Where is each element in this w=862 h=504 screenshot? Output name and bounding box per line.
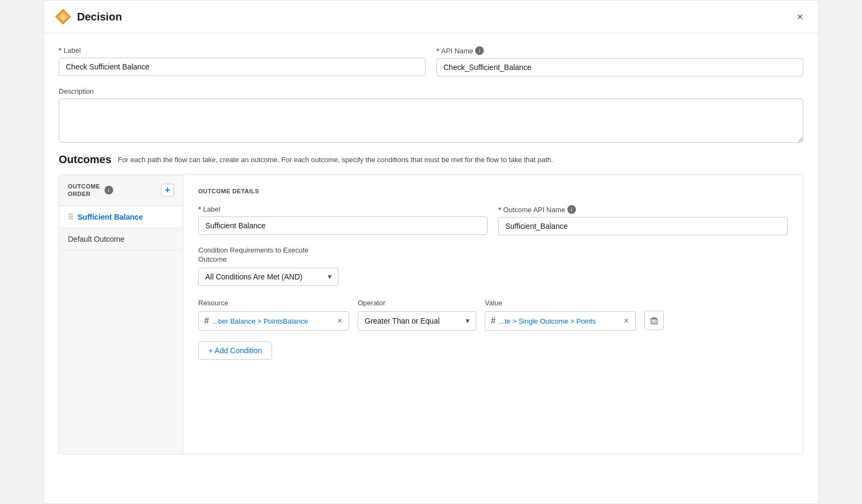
- label-required-star: *: [59, 46, 61, 54]
- svg-rect-4: [652, 317, 656, 318]
- modal-title: Decision: [77, 11, 122, 23]
- resource-clear-button[interactable]: ×: [336, 316, 343, 326]
- outcome-label-field-label: * Label: [198, 205, 488, 213]
- resource-hash-icon: #: [204, 316, 209, 326]
- outcome-order-header: OUTCOMEORDER i +: [59, 175, 183, 206]
- value-field[interactable]: # ...te > Single Outcome > Points ×: [485, 311, 636, 331]
- delete-col: [644, 299, 664, 330]
- resource-field[interactable]: # ...ber Balance > PointsBalance ×: [198, 311, 349, 331]
- operator-select[interactable]: Greater Than or Equal Equal To Less Than…: [358, 311, 476, 331]
- outcome-api-name-field-label: * Outcome API Name i: [498, 205, 788, 214]
- api-name-required-star: *: [436, 47, 439, 55]
- description-label: Description: [59, 87, 803, 95]
- resource-col-label: Resource: [198, 299, 349, 307]
- svg-text:≡: ≡: [61, 13, 65, 21]
- description-textarea[interactable]: [59, 99, 803, 143]
- outcome-details-panel: OUTCOME DETAILS * Label *: [183, 175, 803, 454]
- outcome-details-title: OUTCOME DETAILS: [198, 188, 788, 194]
- add-outcome-button[interactable]: +: [161, 184, 174, 197]
- outcomes-sidebar: OUTCOMEORDER i + ⠿ Sufficient Balance De…: [59, 175, 183, 454]
- close-button[interactable]: ×: [793, 9, 808, 25]
- value-col-label: Value: [485, 299, 636, 307]
- delete-condition-button[interactable]: [644, 311, 664, 330]
- outcomes-title: Outcomes: [59, 153, 112, 166]
- api-name-group: * API Name i: [436, 46, 803, 76]
- svg-rect-5: [651, 319, 657, 324]
- outcome-api-name-input[interactable]: [498, 217, 788, 235]
- decision-icon: ≡: [54, 8, 72, 25]
- sidebar-item-sufficient-balance[interactable]: ⠿ Sufficient Balance: [59, 206, 183, 228]
- condition-requirements-sub: Outcome: [198, 255, 788, 263]
- outcomes-section: Outcomes For each path the flow can take…: [59, 153, 803, 454]
- header-left: ≡ Decision: [54, 8, 122, 25]
- condition-requirements-select[interactable]: All Conditions Are Met (AND) Any Conditi…: [198, 268, 338, 286]
- description-row: Description: [59, 87, 803, 143]
- add-condition-button[interactable]: + Add Condition: [198, 341, 272, 360]
- outcome-label-input[interactable]: [198, 216, 488, 235]
- operator-select-wrapper: Greater Than or Equal Equal To Less Than…: [358, 311, 476, 331]
- label-group: * Label: [59, 46, 426, 76]
- outcomes-layout: OUTCOMEORDER i + ⠿ Sufficient Balance De…: [59, 174, 803, 454]
- decision-modal: ≡ Decision × * Label * API Name i: [43, 0, 819, 504]
- api-name-input[interactable]: [436, 58, 803, 76]
- resource-col: Resource # ...ber Balance > PointsBalanc…: [198, 299, 349, 331]
- outcomes-header: Outcomes For each path the flow can take…: [59, 153, 803, 166]
- resource-value-text: ...ber Balance > PointsBalance: [212, 317, 333, 325]
- condition-dropdown-wrapper: All Conditions Are Met (AND) Any Conditi…: [198, 268, 338, 286]
- description-group: Description: [59, 87, 803, 143]
- condition-row: Resource # ...ber Balance > PointsBalanc…: [198, 299, 788, 331]
- modal-body: * Label * API Name i Description: [44, 33, 818, 503]
- trash-icon: [650, 316, 658, 325]
- label-api-row: * Label * API Name i: [59, 46, 803, 76]
- sidebar-item-default-outcome[interactable]: Default Outcome: [59, 228, 183, 250]
- outcome-order-info-icon[interactable]: i: [105, 186, 113, 194]
- condition-requirements-label: Condition Requirements to Execute: [198, 246, 788, 254]
- modal-header: ≡ Decision ×: [44, 1, 818, 33]
- api-name-field-label: * API Name i: [436, 46, 803, 55]
- value-hash-icon: #: [491, 316, 496, 326]
- operator-col: Operator Greater Than or Equal Equal To …: [358, 299, 476, 331]
- label-field-label: * Label: [59, 46, 426, 54]
- outcome-order-label: OUTCOMEORDER: [68, 183, 100, 198]
- condition-requirements-group: Condition Requirements to Execute Outcom…: [198, 246, 788, 286]
- drag-handle-icon: ⠿: [68, 213, 73, 221]
- api-name-info-icon[interactable]: i: [475, 46, 484, 55]
- value-value-text: ...te > Single Outcome > Points: [499, 317, 620, 325]
- outcome-api-name-info-icon[interactable]: i: [567, 205, 576, 214]
- value-col: Value # ...te > Single Outcome > Points …: [485, 299, 636, 331]
- value-clear-button[interactable]: ×: [623, 316, 630, 326]
- label-input[interactable]: [59, 58, 426, 76]
- operator-col-label: Operator: [358, 299, 476, 307]
- sufficient-balance-label: Sufficient Balance: [78, 213, 143, 221]
- outcome-label-group: * Label: [198, 205, 488, 235]
- outcomes-description: For each path the flow can take, create …: [118, 156, 803, 164]
- default-outcome-label: Default Outcome: [68, 235, 124, 243]
- outcome-api-name-group: * Outcome API Name i: [498, 205, 788, 235]
- outcome-label-api-row: * Label * Outcome API Name i: [198, 205, 788, 235]
